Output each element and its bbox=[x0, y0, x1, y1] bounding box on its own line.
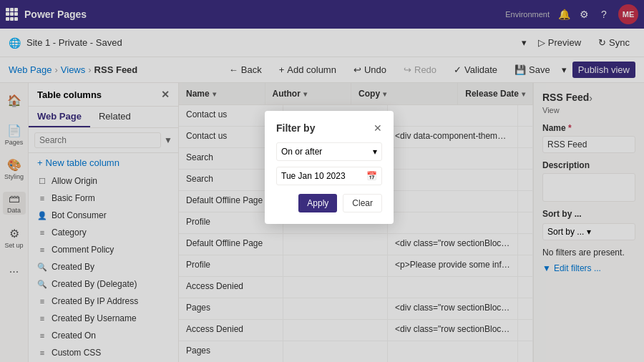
filter-modal-title: Filter by bbox=[276, 122, 315, 134]
filter-condition-dropdown[interactable]: On or after ▾ bbox=[276, 142, 382, 161]
filter-date-input[interactable]: Tue Jan 10 2023 📅 bbox=[276, 167, 382, 185]
filter-modal-close-button[interactable]: ✕ bbox=[374, 122, 382, 134]
calendar-icon: 📅 bbox=[366, 171, 377, 181]
condition-arrow: ▾ bbox=[373, 147, 377, 157]
filter-modal-overlay: Filter by ✕ On or after ▾ Tue Jan 10 202… bbox=[0, 0, 644, 362]
filter-actions: Apply Clear bbox=[276, 194, 382, 212]
filter-modal: Filter by ✕ On or after ▾ Tue Jan 10 202… bbox=[265, 111, 394, 224]
apply-button[interactable]: Apply bbox=[298, 194, 337, 212]
clear-button[interactable]: Clear bbox=[343, 194, 382, 212]
filter-modal-header: Filter by ✕ bbox=[276, 122, 382, 134]
